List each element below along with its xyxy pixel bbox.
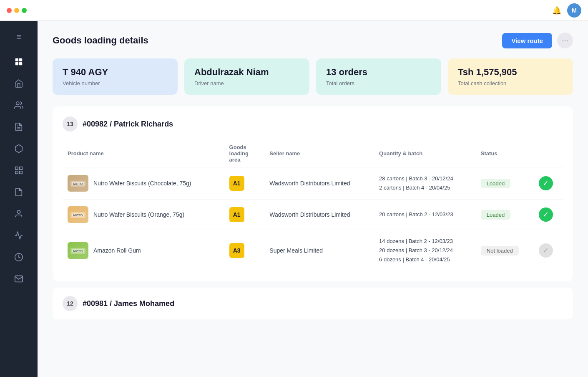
seller-cell-0: Wadsworth Distributors Limited [264,167,374,200]
col-loading-area: Goodsloading area [224,140,265,167]
product-name-0: Nutro Wafer Biscuits (Chocolate, 75g) [93,180,191,187]
seller-cell-2: Super Meals Limited [264,230,374,271]
orders-label: Total orders [326,80,431,86]
sidebar-item-marketing[interactable] [10,226,28,245]
loaded-check-icon-1[interactable]: ✓ [539,207,553,222]
cash-label: Total cash collection [458,80,563,86]
minimize-dot[interactable] [14,8,19,13]
product-image-0: NUTRO [68,175,88,192]
order-section-1: 13 #00982 / Patrick Richards Product nam… [53,106,573,281]
order-id-2: #00981 / James Mohamed [83,299,174,308]
svg-rect-1 [19,58,22,61]
hamburger-menu-icon[interactable]: ≡ [10,28,28,46]
svg-point-11 [17,210,20,213]
stat-card-driver: Abdulrazak Niam Driver name [184,58,309,95]
svg-text:NUTRO: NUTRO [73,250,83,253]
loaded-check-icon-0[interactable]: ✓ [539,176,553,190]
order-number-badge-2: 12 [63,296,78,311]
more-options-button[interactable]: ··· [557,33,573,48]
area-badge-1: A1 [229,207,244,222]
order-id: #00982 / Patrick Richards [83,120,173,129]
quantity-cell-0: 28 cartons | Batch 3 - 20/12/242 cartons… [374,167,476,200]
table-row: NUTRO Nutro Wafer Biscuits (Orange, 75g)… [63,200,563,230]
status-cell-1: Loaded [476,200,534,230]
order-number-badge: 13 [63,116,78,132]
sidebar-item-grid[interactable] [10,161,28,180]
quantity-cell-2: 14 dozens | Batch 2 - 12/03/2320 dozens … [374,230,476,271]
stats-row: T 940 AGY Vehicle number Abdulrazak Niam… [53,58,573,95]
titlebar-right: 🔔 M [552,3,581,18]
check-cell-0[interactable]: ✓ [534,167,563,200]
vehicle-label: Vehicle number [63,80,168,86]
order-header: 13 #00982 / Patrick Richards [63,116,563,132]
product-image-1: NUTRO [68,206,88,223]
table-row: NUTRO Amazon Roll Gum A3 Super Meals Lim… [63,230,563,271]
vehicle-value: T 940 AGY [63,67,168,78]
close-dot[interactable] [7,8,12,13]
sidebar-item-profile[interactable] [10,205,28,223]
cash-value: Tsh 1,575,905 [458,67,563,78]
window-controls [7,8,27,13]
svg-rect-10 [15,171,18,174]
col-seller: Seller name [264,140,374,167]
svg-text:NUTRO: NUTRO [73,182,83,185]
stat-card-orders: 13 orders Total orders [316,58,441,95]
orders-value: 13 orders [326,67,431,78]
sidebar-item-users[interactable] [10,96,28,114]
col-product-name: Product name [63,140,224,167]
product-image-2: NUTRO [68,242,88,259]
notification-bell-icon[interactable]: 🔔 [552,6,561,15]
header-actions: View route ··· [502,33,573,48]
area-cell-0: A1 [224,167,265,200]
area-badge-0: A1 [229,176,244,191]
not-loaded-check-icon-2[interactable]: ✓ [539,243,553,258]
sidebar-item-finance[interactable] [10,248,28,266]
status-badge-2: Not loaded [481,246,519,256]
main-content: Goods loading details View route ··· T 9… [38,21,588,377]
driver-label: Driver name [194,80,299,86]
svg-rect-7 [15,167,18,170]
sidebar-item-reports[interactable] [10,183,28,201]
page-header: Goods loading details View route ··· [53,33,573,48]
svg-rect-2 [15,62,18,65]
svg-rect-3 [19,62,22,65]
sidebar-item-inventory[interactable] [10,139,28,158]
maximize-dot[interactable] [22,8,27,13]
products-table: Product name Goodsloading area Seller na… [63,140,563,271]
sidebar-item-warehouse[interactable] [10,74,28,93]
status-badge-0: Loaded [481,179,510,188]
sidebar-item-dashboard[interactable] [10,53,28,71]
svg-rect-8 [20,167,22,170]
sidebar: ≡ [0,21,38,377]
product-cell-0: NUTRO Nutro Wafer Biscuits (Chocolate, 7… [63,167,224,200]
check-cell-2[interactable]: ✓ [534,230,563,271]
avatar[interactable]: M [567,3,581,18]
table-row: NUTRO Nutro Wafer Biscuits (Chocolate, 7… [63,167,563,200]
status-cell-2: Not loaded [476,230,534,271]
stat-card-vehicle: T 940 AGY Vehicle number [53,58,178,95]
view-route-button[interactable]: View route [502,33,552,48]
product-cell-1: NUTRO Nutro Wafer Biscuits (Orange, 75g) [63,200,224,230]
svg-point-4 [16,102,19,105]
driver-value: Abdulrazak Niam [194,67,299,78]
check-cell-1[interactable]: ✓ [534,200,563,230]
sidebar-item-email[interactable] [10,270,28,288]
col-status: Status [476,140,534,167]
order-section-2: 12 #00981 / James Mohamed [53,288,573,319]
svg-rect-0 [15,58,18,61]
stat-card-cash: Tsh 1,575,905 Total cash collection [448,58,573,95]
col-action [534,140,563,167]
batch-info-2: 14 dozens | Batch 2 - 12/03/2320 dozens … [379,237,471,264]
svg-text:NUTRO: NUTRO [73,214,83,217]
sidebar-item-orders[interactable] [10,118,28,136]
svg-rect-9 [20,171,22,174]
titlebar: 🔔 M [0,0,588,21]
area-cell-1: A1 [224,200,265,230]
status-cell-0: Loaded [476,167,534,200]
product-cell-2: NUTRO Amazon Roll Gum [63,230,224,271]
product-name-2: Amazon Roll Gum [93,247,141,254]
batch-info-1: 20 cartons | Batch 2 - 12/03/23 [379,210,471,219]
col-quantity: Quantity & batch [374,140,476,167]
seller-cell-1: Wadsworth Distributors Limited [264,200,374,230]
area-badge-2: A3 [229,243,244,258]
